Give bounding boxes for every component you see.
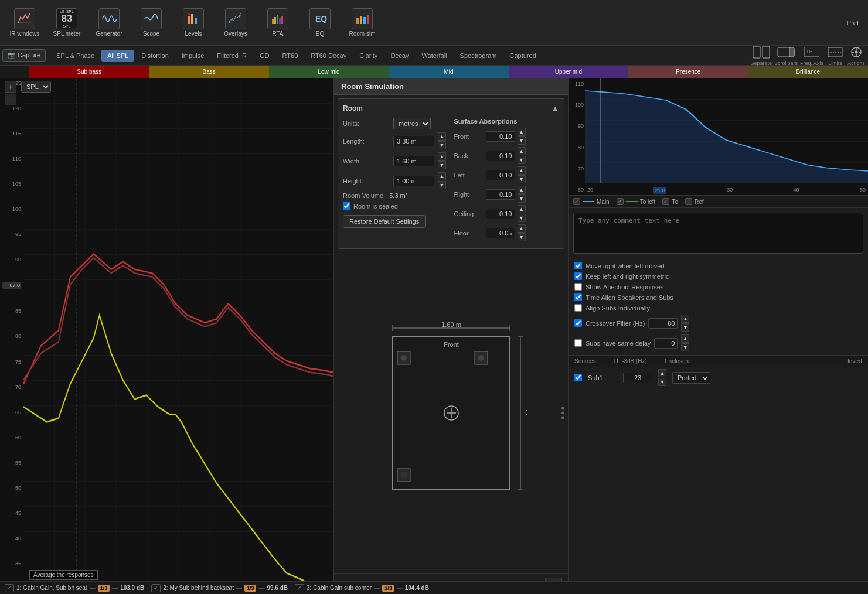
tab-spectrogram[interactable]: Spectrogram <box>454 50 503 62</box>
toolbar-spl-meter[interactable]: dB SPL 83 SPL SPL meter <box>47 3 87 43</box>
crossover-checkbox[interactable] <box>574 319 582 327</box>
tab-rt60[interactable]: RT60 <box>277 50 304 62</box>
svg-text:Hz: Hz <box>807 50 812 54</box>
room-sim-header: Room Simulation <box>334 78 568 95</box>
crossover-down[interactable]: ▼ <box>681 323 689 332</box>
scrollbars-btn[interactable]: Scrollbars <box>774 45 798 66</box>
tab-gd[interactable]: GD <box>254 50 275 62</box>
tab-impulse[interactable]: Impulse <box>176 50 210 62</box>
legend-ref-check[interactable] <box>685 198 692 205</box>
svg-rect-47 <box>401 355 407 361</box>
tab-distortion[interactable]: Distortion <box>135 50 174 62</box>
width-up[interactable]: ▲ <box>438 152 446 161</box>
toolbar-generator[interactable]: Generator <box>89 3 129 43</box>
collapse-btn[interactable]: ▲ <box>551 104 559 113</box>
time-align-checkbox[interactable] <box>574 293 582 301</box>
tab-rt60-decay[interactable]: RT60 Decay <box>305 50 352 62</box>
crossover-up[interactable]: ▲ <box>681 315 689 323</box>
zoom-in-btn[interactable]: + <box>5 81 16 93</box>
actions-btn[interactable]: Actions <box>847 45 866 66</box>
length-down[interactable]: ▼ <box>438 141 446 149</box>
height-up[interactable]: ▲ <box>438 172 446 180</box>
zoom-out-btn[interactable]: − <box>5 94 16 105</box>
move-right-checkbox[interactable] <box>574 262 582 269</box>
surface-right-input[interactable] <box>486 189 515 200</box>
length-up[interactable]: ▲ <box>438 132 446 141</box>
separate-btn[interactable]: Separate <box>750 45 772 66</box>
units-select[interactable]: metres feet <box>393 118 431 129</box>
limits-btn[interactable]: Limits <box>826 45 845 66</box>
toolbar-levels[interactable]: Levels <box>173 3 213 43</box>
freq-mid: Mid <box>389 66 508 78</box>
crossover-input[interactable] <box>648 318 678 329</box>
legend-toleft-check[interactable] <box>617 198 624 205</box>
legend-main-check[interactable] <box>573 198 580 205</box>
front-up[interactable]: ▲ <box>518 128 526 136</box>
tab-captured[interactable]: Captured <box>504 50 542 62</box>
surface-back-input[interactable] <box>486 151 515 161</box>
front-down[interactable]: ▼ <box>518 136 526 145</box>
spl-select[interactable]: SPL <box>21 81 51 93</box>
svg-rect-8 <box>279 18 281 24</box>
sealed-checkbox[interactable] <box>343 202 350 210</box>
floor-down[interactable]: ▼ <box>518 233 526 241</box>
surface-ceiling-input[interactable] <box>486 209 515 219</box>
sub1-checkbox[interactable] <box>574 374 582 381</box>
floor-up[interactable]: ▲ <box>518 224 526 233</box>
toolbar-room-sim[interactable]: Room sim <box>342 3 382 43</box>
back-up[interactable]: ▲ <box>518 147 526 155</box>
tab-all-spl[interactable]: All SPL <box>101 50 134 62</box>
toolbar-eq[interactable]: EQ EQ <box>300 3 340 43</box>
side-handle[interactable] <box>561 407 564 419</box>
show-anechoic-checkbox[interactable] <box>574 283 582 291</box>
freq-axis-btn[interactable]: Hz Freq. Axis <box>800 45 823 66</box>
left-down[interactable]: ▼ <box>518 175 526 183</box>
restore-btn[interactable]: Restore Default Settings <box>343 215 426 228</box>
capture-button[interactable]: 📷 Capture <box>2 49 46 62</box>
legend-ref: Ref <box>685 198 704 205</box>
comment-textarea[interactable] <box>573 213 863 254</box>
height-input[interactable] <box>393 176 434 186</box>
height-down[interactable]: ▼ <box>438 181 446 189</box>
room-diagram[interactable]: 1.60 m 3.30 m Front <box>334 252 568 573</box>
toolbar-scope[interactable]: Scope <box>131 3 171 43</box>
toolbar-overlays[interactable]: Overlays <box>216 3 256 43</box>
delay-down[interactable]: ▼ <box>681 343 689 351</box>
ceiling-up[interactable]: ▲ <box>518 205 526 213</box>
pref-button[interactable]: Pref <box>842 17 863 29</box>
tab-clarity[interactable]: Clarity <box>353 50 383 62</box>
tab-decay[interactable]: Decay <box>384 50 414 62</box>
delay-up[interactable]: ▲ <box>681 334 689 343</box>
tab-waterfall[interactable]: Waterfall <box>416 50 453 62</box>
legend-to-check[interactable] <box>662 198 669 205</box>
length-input[interactable] <box>393 136 434 146</box>
delay-input[interactable] <box>654 338 678 349</box>
sealed-label[interactable]: Room is sealed <box>353 203 398 210</box>
sub1-up[interactable]: ▲ <box>658 369 666 377</box>
surface-floor-input[interactable] <box>486 228 515 238</box>
toolbar-rta[interactable]: RTA <box>258 3 298 43</box>
graph-area[interactable]: + − SPL 125 120 115 110 105 100 95 90 87… <box>0 78 333 594</box>
tab-spl-phase[interactable]: SPL & Phase <box>50 50 100 62</box>
subs-delay-checkbox[interactable] <box>574 339 582 347</box>
keep-symmetric-checkbox[interactable] <box>574 272 582 280</box>
surface-front-input[interactable] <box>486 131 515 142</box>
ceiling-down[interactable]: ▼ <box>518 214 526 222</box>
align-subs-checkbox[interactable] <box>574 304 582 312</box>
spl-dropdown[interactable]: SPL <box>21 81 51 93</box>
sub1-down[interactable]: ▼ <box>658 378 666 386</box>
sub1-enclosure-select[interactable]: Ported Sealed <box>672 372 710 384</box>
surface-left-input[interactable] <box>486 170 515 180</box>
right-down[interactable]: ▼ <box>518 194 526 203</box>
tab-filtered-ir[interactable]: Filtered IR <box>211 50 253 62</box>
sub1-hz-input[interactable] <box>623 373 652 383</box>
right-up[interactable]: ▲ <box>518 186 526 194</box>
legend-row: Main To left To Ref <box>569 196 868 208</box>
left-up[interactable]: ▲ <box>518 166 526 175</box>
width-input[interactable] <box>393 156 434 166</box>
room-panel-title: Room <box>343 104 363 112</box>
toolbar-ir-windows[interactable]: IR windows <box>5 3 45 43</box>
mini-y-axis: 110 100 90 80 70 60 <box>569 78 585 195</box>
back-down[interactable]: ▼ <box>518 156 526 164</box>
width-down[interactable]: ▼ <box>438 161 446 169</box>
